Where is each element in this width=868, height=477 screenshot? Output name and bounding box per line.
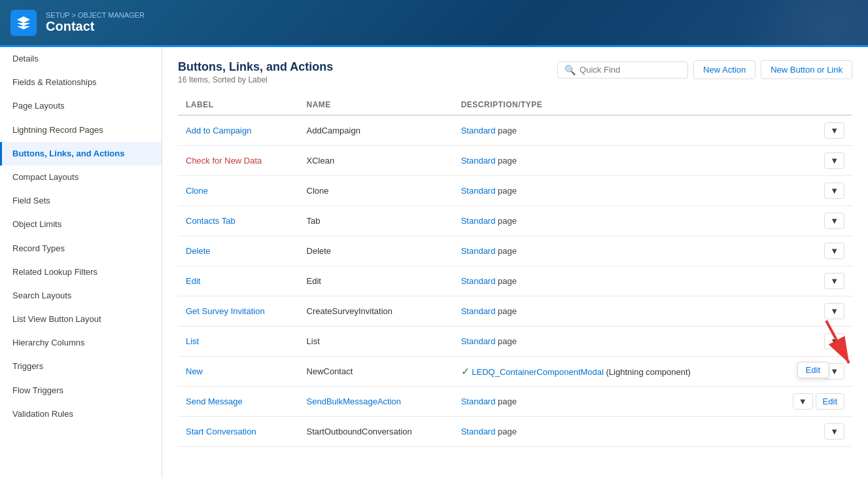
sidebar-item-search-layouts[interactable]: Search Layouts [0,284,162,308]
cell-label: List [178,327,299,357]
main-content: Buttons, Links, and Actions 16 Items, So… [162,47,868,477]
cell-name: NewContact [299,357,453,387]
row-action-dropdown[interactable]: ▼ [824,333,844,349]
type-page: page [495,216,517,226]
content-actions: 🔍 New Action New Button or Link [557,60,852,79]
search-input[interactable] [580,65,681,75]
type-standard: Standard [461,276,496,286]
cell-action: ▼ [766,176,852,206]
type-standard: Standard [461,306,496,316]
row-label-link[interactable]: List [186,336,199,346]
cell-label: Get Survey Invitation [178,296,299,327]
table-row: Contacts TabTabStandard page▼ [178,206,852,236]
sidebar-item-buttons-links-actions[interactable]: Buttons, Links, and Actions [0,142,162,166]
cell-action: ▼ [766,296,852,327]
sidebar-item-triggers[interactable]: Triggers [0,355,162,378]
sidebar-item-object-limits[interactable]: Object Limits [0,213,162,236]
sidebar-item-lightning-record-pages[interactable]: Lightning Record Pages [0,118,162,142]
row-action-dropdown[interactable]: ▼ [824,122,844,139]
row-label-link[interactable]: Contacts Tab [186,216,235,226]
cell-name: Clone [299,176,453,206]
row-label-link[interactable]: Send Message [186,397,243,406]
row-name-text: Delete [307,246,332,256]
sidebar-item-record-types[interactable]: Record Types [0,237,162,260]
table-row: Add to CampaignAddCampaignStandard page▼ [178,115,852,146]
breadcrumb: SETUP > OBJECT MANAGER [46,11,145,19]
edit-tooltip[interactable]: Edit [797,362,829,378]
cell-action: ▼ [766,115,852,146]
cell-name: StartOutboundConversation [299,417,453,447]
cell-type: Standard page [453,327,767,357]
sidebar-item-compact-layouts[interactable]: Compact Layouts [0,166,162,189]
type-page: page [495,186,517,196]
row-label-link[interactable]: Get Survey Invitation [186,306,265,316]
cell-label: Add to Campaign [178,115,299,146]
row-label-link[interactable]: New [186,366,203,376]
type-standard: Standard [461,397,496,406]
row-action-dropdown[interactable]: ▼ [793,393,813,410]
row-action-dropdown[interactable]: ▼ [824,152,844,169]
table-header-row: Label Name Description/Type [178,95,852,115]
app-logo [10,10,37,36]
sidebar-item-hierarchy-columns[interactable]: Hierarchy Columns [0,331,162,355]
cell-action: ▼ [766,327,852,357]
cell-label: Check for New Data [178,146,299,176]
type-standard: Standard [461,336,496,346]
row-label-link[interactable]: Clone [186,186,208,196]
type-page: page [495,427,517,436]
actions-table: Label Name Description/Type Add to Campa… [178,95,852,447]
cell-name: Delete [299,236,453,266]
row-action-dropdown[interactable]: ▼ [824,273,844,289]
row-label-link[interactable]: Check for New Data [186,156,262,166]
cell-type: Standard page [453,296,767,327]
sidebar-item-page-layouts[interactable]: Page Layouts [0,94,162,118]
new-button-or-link-button[interactable]: New Button or Link [761,60,852,79]
col-actions [766,95,852,115]
row-name-text: Tab [307,216,321,226]
breadcrumb-manager[interactable]: OBJECT MANAGER [78,11,145,19]
row-name-text: XClean [307,156,335,166]
type-link[interactable]: LEDQ_ContainerComponentModal [472,367,604,377]
cell-type: Standard page [453,387,767,417]
subtitle: 16 Items, Sorted by Label [178,75,333,84]
cell-name: XClean [299,146,453,176]
inline-edit-button[interactable]: Edit [816,393,844,410]
sidebar-item-details[interactable]: Details [0,47,162,71]
table-row: CloneCloneStandard page▼ [178,176,852,206]
sidebar-item-list-view-button-layout[interactable]: List View Button Layout [0,308,162,331]
row-action-dropdown[interactable]: ▼ [824,183,844,199]
row-name-link[interactable]: SendBulkMessageAction [307,397,402,406]
cell-label: Start Conversation [178,417,299,447]
sidebar-item-field-sets[interactable]: Field Sets [0,189,162,213]
sidebar-item-flow-triggers[interactable]: Flow Triggers [0,379,162,402]
type-standard: Standard [461,427,496,436]
cell-action: ▼Edit [766,387,852,417]
cell-type: Standard page [453,146,767,176]
type-page: page [495,336,517,346]
sidebar-item-validation-rules[interactable]: Validation Rules [0,402,162,426]
row-action-dropdown[interactable]: ▼ [824,303,844,319]
type-page: page [495,126,517,135]
type-standard: Standard [461,246,496,256]
cell-action: ▼ [766,266,852,296]
cell-type: ✓ LEDQ_ContainerComponentModal (Lightnin… [453,357,767,387]
row-action-dropdown[interactable]: ▼ [824,213,844,229]
col-label: Label [178,95,299,115]
row-label-link[interactable]: Start Conversation [186,427,256,436]
cell-action: ▼ [766,206,852,236]
row-action-dropdown[interactable]: ▼ [824,243,844,259]
cell-action: ▼ [766,146,852,176]
new-action-button[interactable]: New Action [693,60,755,79]
row-label-link[interactable]: Add to Campaign [186,126,251,135]
cell-action: ▼ [766,417,852,447]
row-action-dropdown[interactable]: ▼ [824,423,844,440]
col-name: Name [299,95,453,115]
cell-name: AddCampaign [299,115,453,146]
cell-type: Standard page [453,266,767,296]
sidebar-item-related-lookup-filters[interactable]: Related Lookup Filters [0,260,162,284]
row-label-link[interactable]: Edit [186,276,200,286]
main-layout: DetailsFields & RelationshipsPage Layout… [0,47,868,477]
sidebar-item-fields-relationships[interactable]: Fields & Relationships [0,71,162,94]
cell-label: Delete [178,236,299,266]
row-label-link[interactable]: Delete [186,246,211,256]
